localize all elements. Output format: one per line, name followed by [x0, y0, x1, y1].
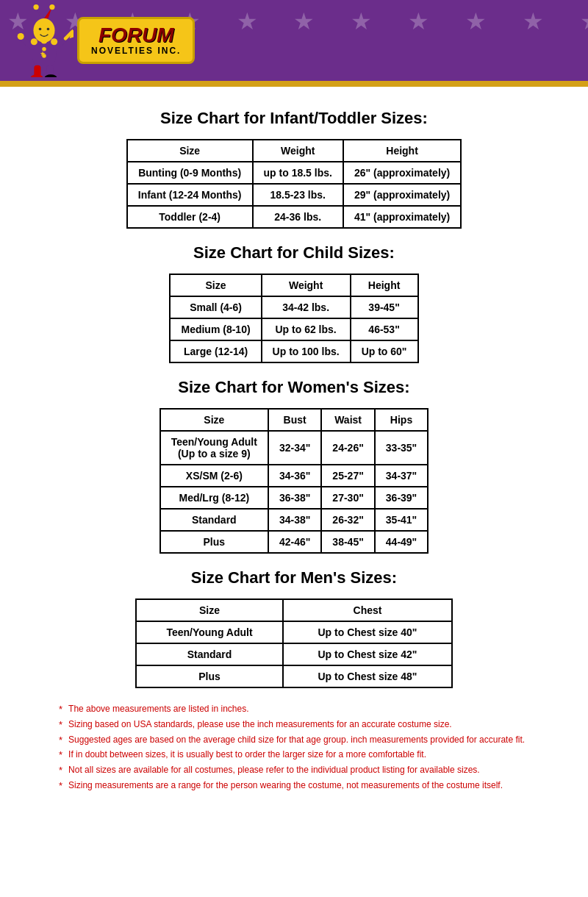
list-item: Up to Chest size 42" [283, 643, 452, 665]
table-row: Bunting (0-9 Months)up to 18.5 lbs.26" (… [127, 162, 462, 184]
child-table-header-row: Size Weight Height [170, 274, 417, 296]
table-row: PlusUp to Chest size 48" [136, 665, 452, 687]
svg-point-17 [39, 28, 42, 31]
women-section-title: Size Chart for Women's Sizes: [44, 378, 544, 397]
footnote-star-icon: * [59, 749, 62, 760]
infant-table-header-row: Size Weight Height [127, 140, 462, 162]
list-item: 36-39" [375, 487, 428, 509]
svg-point-15 [33, 4, 38, 10]
child-table: Size Weight Height Small (4-6)34-42 lbs.… [169, 274, 418, 363]
women-col-hips: Hips [375, 409, 428, 431]
child-col-size: Size [170, 274, 261, 296]
jester-icon: ★ [15, 4, 74, 77]
women-table-header-row: Size Bust Waist Hips [160, 409, 429, 431]
footnote-text: If in doubt between sizes, it is usually… [68, 748, 426, 761]
list-item: 24-26" [321, 431, 374, 465]
footnote-item: *Not all sizes are available for all cos… [59, 764, 544, 776]
footnote-star-icon: * [59, 735, 62, 746]
list-item: 18.5-23 lbs. [253, 184, 343, 206]
men-table: Size Chest Teen/Young AdultUp to Chest s… [135, 598, 453, 688]
men-section-title: Size Chart for Men's Sizes: [44, 568, 544, 587]
footnote-star-icon: * [59, 765, 62, 776]
svg-point-21 [51, 38, 57, 45]
list-item: 41" (approximately) [343, 206, 461, 228]
main-content: Size Chart for Infant/Toddler Sizes: Siz… [0, 87, 588, 810]
list-item: Plus [160, 531, 268, 553]
list-item: 39-45" [351, 296, 418, 318]
table-row: Standard34-38"26-32"35-41" [160, 509, 429, 531]
infant-col-weight: Weight [253, 140, 343, 162]
svg-point-20 [40, 37, 47, 43]
list-item: 33-35" [375, 431, 428, 465]
table-row: Large (12-14)Up to 100 lbs.Up to 60" [170, 340, 417, 362]
footnote-item: *Sizing based on USA standards, please u… [59, 718, 544, 731]
list-item: Toddler (2-4) [127, 206, 253, 228]
list-item: Infant (12-24 Months) [127, 184, 253, 206]
list-item: Teen/Young Adult [136, 621, 283, 643]
list-item: 27-30" [321, 487, 374, 509]
list-item: 25-27" [321, 465, 374, 487]
list-item: Standard [160, 509, 268, 531]
child-section-title: Size Chart for Child Sizes: [44, 243, 544, 262]
list-item: Up to 62 lbs. [262, 318, 351, 340]
footnote-text: The above measurements are listed in inc… [68, 703, 248, 715]
list-item: 34-36" [268, 465, 321, 487]
list-item: 46-53" [351, 318, 418, 340]
footnote-text: Sizing measurements are a range for the … [68, 779, 503, 792]
footnote-item: *Sizing measurements are a range for the… [59, 779, 544, 792]
table-row: Infant (12-24 Months)18.5-23 lbs.29" (ap… [127, 184, 462, 206]
women-col-bust: Bust [268, 409, 321, 431]
footnote-star-icon: * [59, 780, 62, 791]
footnote-item: *If in doubt between sizes, it is usuall… [59, 748, 544, 761]
svg-point-19 [31, 38, 37, 45]
list-item: 26-32" [321, 509, 374, 531]
list-item: Small (4-6) [170, 296, 261, 318]
brand-name: FORUM [91, 25, 181, 46]
list-item: 26" (approximately) [343, 162, 461, 184]
infant-col-height: Height [343, 140, 461, 162]
list-item: Up to Chest size 48" [283, 665, 452, 687]
list-item: 36-38" [268, 487, 321, 509]
list-item: 38-45" [321, 531, 374, 553]
list-item: up to 18.5 lbs. [253, 162, 343, 184]
list-item: 32-34" [268, 431, 321, 465]
footnote-item: *Suggested ages are based on the average… [59, 734, 544, 746]
header-bottom-bar [0, 81, 588, 87]
list-item: Up to 100 lbs. [262, 340, 351, 362]
table-row: Small (4-6)34-42 lbs.39-45" [170, 296, 417, 318]
footnote-text: Sizing based on USA standards, please us… [68, 718, 452, 731]
list-item: 42-46" [268, 531, 321, 553]
brand-sub: NOVELTIES INC. [91, 46, 181, 56]
footnote-text: Not all sizes are available for all cost… [68, 764, 480, 776]
list-item: Medium (8-10) [170, 318, 261, 340]
table-row: Plus42-46"38-45"44-49" [160, 531, 429, 553]
logo-badge: FORUM NOVELTIES INC. [77, 17, 195, 64]
svg-point-16 [49, 4, 54, 10]
table-row: Med/Lrg (8-12)36-38"27-30"36-39" [160, 487, 429, 509]
list-item: XS/SM (2-6) [160, 465, 268, 487]
list-item: Standard [136, 643, 283, 665]
table-row: Toddler (2-4)24-36 lbs.41" (approximatel… [127, 206, 462, 228]
list-item: Bunting (0-9 Months) [127, 162, 253, 184]
list-item: 34-38" [268, 509, 321, 531]
svg-point-9 [18, 33, 24, 40]
list-item: 34-42 lbs. [262, 296, 351, 318]
men-col-size: Size [136, 599, 283, 621]
list-item: Med/Lrg (8-12) [160, 487, 268, 509]
footnote-star-icon: * [59, 704, 62, 715]
list-item: Large (12-14) [170, 340, 261, 362]
infant-section-title: Size Chart for Infant/Toddler Sizes: [44, 109, 544, 128]
svg-line-8 [56, 38, 65, 47]
infant-col-size: Size [127, 140, 253, 162]
list-item: 29" (approximately) [343, 184, 461, 206]
infant-table: Size Weight Height Bunting (0-9 Months)u… [126, 139, 462, 229]
list-item: 24-36 lbs. [253, 206, 343, 228]
list-item: 34-37" [375, 465, 428, 487]
footnote-item: *The above measurements are listed in in… [59, 703, 544, 715]
child-col-weight: Weight [262, 274, 351, 296]
svg-point-4 [45, 74, 57, 77]
footnotes: *The above measurements are listed in in… [44, 703, 544, 792]
list-item: 35-41" [375, 509, 428, 531]
table-row: StandardUp to Chest size 42" [136, 643, 452, 665]
list-item: Teen/Young Adult(Up to a size 9) [160, 431, 268, 465]
